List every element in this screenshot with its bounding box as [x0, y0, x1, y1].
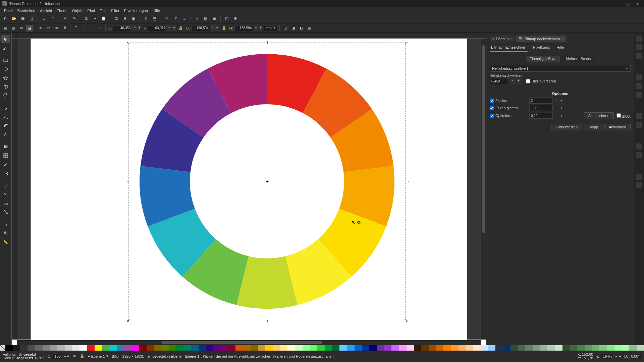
palette-swatch[interactable] — [414, 345, 421, 351]
copy-icon[interactable]: ⧉ — [83, 15, 90, 22]
canvas[interactable]: ↖ ↕ ↗ ↔ ↔ ↙ ↕ ↘ ✦ ↖ ✥ — [17, 39, 481, 340]
palette-swatch[interactable] — [577, 345, 585, 351]
new-doc-icon[interactable]: 🗋 — [2, 15, 9, 22]
dock-icon-5[interactable] — [636, 83, 642, 89]
palette-swatch[interactable] — [199, 345, 206, 351]
scan-single-tab[interactable]: Einmaliger Scan — [526, 56, 560, 62]
palette-swatch[interactable] — [629, 345, 637, 351]
import-icon[interactable]: ⤓ — [41, 15, 47, 22]
siox-checkbox[interactable]: SIOX — [616, 113, 631, 118]
zoom-sel-icon[interactable]: ⊡ — [113, 15, 119, 22]
connector-tool-icon[interactable] — [1, 208, 10, 216]
menu-layer[interactable]: Ebene — [55, 8, 69, 13]
palette-swatch[interactable] — [147, 345, 154, 351]
zoom-draw-icon[interactable]: ⊞ — [121, 15, 128, 22]
menu-path[interactable]: Pfad — [86, 8, 97, 13]
zoom-page-icon[interactable]: ▣ — [130, 15, 137, 22]
palette-swatch[interactable] — [332, 345, 339, 351]
palette-swatch[interactable] — [481, 345, 488, 351]
dock-icon-6[interactable] — [636, 92, 642, 98]
palette-swatch[interactable] — [451, 345, 458, 351]
palette-swatch[interactable] — [5, 345, 13, 351]
text-tool-icon[interactable]: T — [172, 15, 179, 22]
palette-swatch[interactable] — [607, 345, 614, 351]
update-button[interactable]: Aktualisieren — [584, 112, 614, 119]
palette-swatch[interactable] — [183, 345, 191, 351]
menu-file[interactable]: Datei — [2, 8, 15, 13]
paste-icon[interactable]: 📋 — [100, 15, 107, 22]
smooth-plus[interactable]: + — [560, 106, 562, 110]
palette-swatch[interactable] — [540, 345, 547, 351]
handle-tl[interactable]: ↖ — [127, 41, 130, 45]
x-plus[interactable]: + — [137, 25, 141, 31]
smooth-minus[interactable]: − — [555, 106, 557, 110]
menu-edit[interactable]: Bearbeiten — [15, 8, 37, 13]
smooth-checkbox[interactable]: Ecken glätten — [490, 106, 527, 110]
palette-swatch[interactable] — [109, 345, 117, 351]
unlink-icon[interactable]: ⛓ — [151, 15, 158, 22]
dock-icon-7[interactable] — [636, 113, 642, 119]
palette-swatch[interactable] — [102, 345, 109, 351]
speckles-plus[interactable]: + — [560, 99, 562, 103]
palette-swatch[interactable] — [13, 345, 20, 351]
trace-mode-select[interactable]: Helligkeitsschwellwert▼ — [490, 65, 631, 72]
x-input[interactable]: 40,356 — [113, 25, 132, 31]
palette-swatch[interactable] — [191, 345, 199, 351]
ellipse-tool-icon[interactable] — [1, 65, 10, 73]
w-input[interactable]: 138,594 — [191, 25, 210, 31]
menu-filter[interactable]: Filter — [109, 8, 121, 13]
lpe-tool-icon[interactable]: ◇ — [1, 221, 10, 229]
dock-icon-8[interactable] — [636, 122, 642, 128]
handle-b[interactable]: ↕ — [266, 319, 269, 323]
palette-swatch[interactable] — [79, 345, 87, 351]
reset-button[interactable]: Zurücksetzen — [551, 124, 582, 130]
palette-swatch[interactable] — [369, 345, 377, 351]
palette-swatch[interactable] — [473, 345, 481, 351]
stop-button[interactable]: Stopp — [584, 124, 602, 130]
h-input[interactable]: 138,594 — [234, 25, 253, 31]
menu-text[interactable]: Text — [98, 8, 108, 13]
bezier-tool-icon[interactable] — [1, 113, 10, 121]
smooth-input[interactable]: 1,00 — [529, 105, 553, 111]
palette-swatch[interactable] — [317, 345, 325, 351]
palette-swatch[interactable] — [562, 345, 570, 351]
raise-top-icon[interactable]: ⤒ — [72, 25, 79, 32]
palette-swatch[interactable] — [280, 345, 287, 351]
speckles-input[interactable]: 2 — [529, 98, 553, 104]
select-all-icon[interactable]: ▦ — [2, 25, 9, 32]
palette-swatch[interactable] — [555, 345, 562, 351]
selectors-icon[interactable]: ◫ — [223, 15, 230, 22]
palette-swatch[interactable] — [495, 345, 503, 351]
deselect-icon[interactable]: ▭ — [18, 25, 25, 32]
palette-swatch[interactable] — [599, 345, 607, 351]
scale-gradient-icon[interactable]: ◧ — [298, 25, 305, 32]
optimize-minus[interactable]: − — [555, 114, 557, 118]
palette-swatch[interactable] — [57, 345, 65, 351]
y-minus[interactable]: − — [167, 25, 171, 31]
palette-swatch[interactable] — [325, 345, 332, 351]
subtab-help[interactable]: Hilfe — [555, 44, 565, 52]
selector-tool-icon[interactable] — [1, 35, 10, 43]
rotate-cw-icon[interactable]: ⟳ — [45, 25, 52, 32]
dock-icon-9[interactable] — [636, 143, 642, 149]
lock-wh2-icon[interactable]: 🔒 — [221, 25, 227, 32]
palette-swatch[interactable] — [488, 345, 495, 351]
palette-swatch[interactable] — [511, 345, 518, 351]
node-tool-icon[interactable] — [1, 44, 10, 52]
palette-swatch[interactable] — [429, 345, 436, 351]
palette-swatch[interactable] — [362, 345, 369, 351]
align-icon[interactable]: ≡ — [181, 15, 188, 22]
palette-swatch[interactable] — [518, 345, 525, 351]
dock-icon-12[interactable] — [636, 182, 642, 188]
palette-swatch[interactable] — [20, 345, 28, 351]
undo-icon[interactable]: ↶ — [62, 15, 68, 22]
threshold-minus[interactable]: − — [511, 78, 515, 84]
palette-swatch[interactable] — [466, 345, 473, 351]
subtab-pixelart[interactable]: Pixelkunst — [532, 44, 551, 52]
handle-r[interactable]: ↔ — [406, 180, 409, 183]
threshold-input[interactable]: 0,450 — [490, 78, 508, 84]
lock-toggle-icon[interactable]: 🔒 — [80, 354, 85, 358]
minimize-button[interactable]: — — [614, 1, 623, 7]
palette-swatch[interactable] — [303, 345, 310, 351]
palette-swatch[interactable] — [339, 345, 347, 351]
